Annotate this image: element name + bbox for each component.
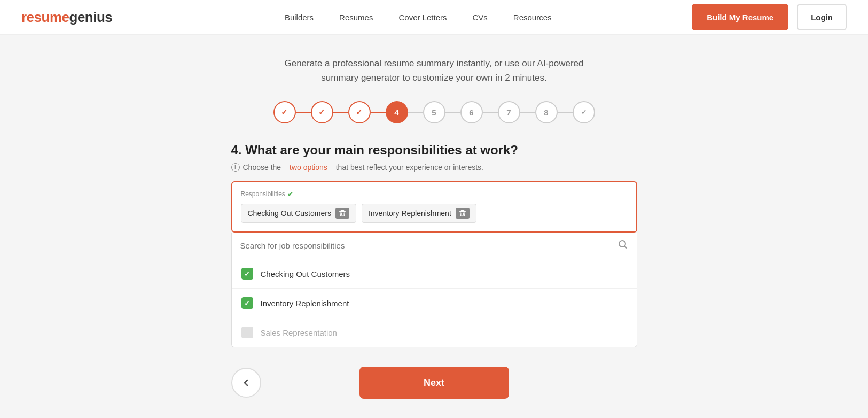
list-container: ✓ Checking Out Customers ✓ Inventory Rep… xyxy=(232,259,637,347)
login-button[interactable]: Login xyxy=(797,4,847,30)
main-nav: Builders Resumes Cover Letters CVs Resou… xyxy=(144,13,692,22)
logo-genius: genius xyxy=(69,9,113,25)
back-button[interactable] xyxy=(231,368,261,398)
check-indicator: ✔ xyxy=(287,190,294,198)
step-5: 5 xyxy=(423,101,445,123)
item-label-inventory-replenishment: Inventory Replenishment xyxy=(261,299,627,308)
trash-icon-2 xyxy=(459,210,466,217)
connector-7-8 xyxy=(520,112,535,113)
connector-6-7 xyxy=(483,112,498,113)
step-7: 7 xyxy=(498,101,520,123)
form-card: 4. What are your main responsibilities a… xyxy=(231,143,637,347)
info-icon: i xyxy=(231,163,240,172)
connector-4-5 xyxy=(408,112,423,113)
step-4: 4 xyxy=(386,101,408,123)
connector-2-3 xyxy=(333,112,348,113)
checkbox-inventory-replenishment[interactable]: ✓ xyxy=(241,297,253,309)
checkbox-checking-out-customers[interactable]: ✓ xyxy=(241,268,253,280)
connector-8-end xyxy=(558,112,573,113)
header: resumegenius Builders Resumes Cover Lett… xyxy=(0,0,868,35)
trash-icon xyxy=(339,210,346,217)
nav-cvs[interactable]: CVs xyxy=(473,13,488,22)
list-item: Sales Representation xyxy=(232,318,637,347)
responsibilities-box: Responsibilities ✔ Checking Out Customer… xyxy=(231,181,637,233)
tag-inventory-replenishment: Inventory Replenishment xyxy=(362,204,476,223)
list-item: ✓ Checking Out Customers xyxy=(232,259,637,289)
item-label-checking-out-customers: Checking Out Customers xyxy=(261,269,627,278)
nav-cover-letters[interactable]: Cover Letters xyxy=(398,13,447,22)
bottom-nav: Next xyxy=(231,367,637,399)
nav-resumes[interactable]: Resumes xyxy=(339,13,373,22)
chevron-left-icon xyxy=(241,378,251,388)
checkbox-sales-representation[interactable] xyxy=(241,327,253,338)
page-subtitle: Generate a professional resume summary i… xyxy=(284,56,583,85)
selected-tags: Checking Out Customers Inventory Repleni… xyxy=(241,204,628,223)
connector-5-6 xyxy=(445,112,460,113)
remove-inventory-replenishment-button[interactable] xyxy=(456,208,470,219)
connector-1-2 xyxy=(296,112,311,113)
step-2: ✓ xyxy=(311,101,333,123)
responsibilities-label: Responsibilities ✔ xyxy=(241,190,628,198)
connector-3-4 xyxy=(371,112,386,113)
step-6: 6 xyxy=(460,101,483,123)
search-icon xyxy=(617,239,628,252)
header-actions: Build My Resume Login xyxy=(692,4,847,30)
logo-resume: resume xyxy=(21,9,69,25)
build-my-resume-button[interactable]: Build My Resume xyxy=(692,4,788,30)
step-1: ✓ xyxy=(273,101,296,123)
item-label-sales-representation: Sales Representation xyxy=(261,328,627,337)
tag-checking-out-customers: Checking Out Customers xyxy=(241,204,356,223)
logo[interactable]: resumegenius xyxy=(21,9,112,26)
question-subtitle: i Choose the two options that best refle… xyxy=(231,163,637,172)
step-8: 8 xyxy=(535,101,558,123)
search-row xyxy=(232,233,637,259)
progress-steps: ✓ ✓ ✓ 4 5 6 7 8 ✓ xyxy=(273,101,595,123)
remove-checking-out-customers-button[interactable] xyxy=(335,208,349,219)
step-end: ✓ xyxy=(573,101,595,123)
search-dropdown: ✓ Checking Out Customers ✓ Inventory Rep… xyxy=(231,233,637,347)
list-item: ✓ Inventory Replenishment xyxy=(232,289,637,318)
next-button[interactable]: Next xyxy=(359,367,509,399)
search-input[interactable] xyxy=(240,241,612,250)
question-title: 4. What are your main responsibilities a… xyxy=(231,143,637,158)
main-content: Generate a professional resume summary i… xyxy=(0,35,868,399)
step-3: ✓ xyxy=(348,101,371,123)
nav-resources[interactable]: Resources xyxy=(513,13,552,22)
nav-builders[interactable]: Builders xyxy=(285,13,314,22)
